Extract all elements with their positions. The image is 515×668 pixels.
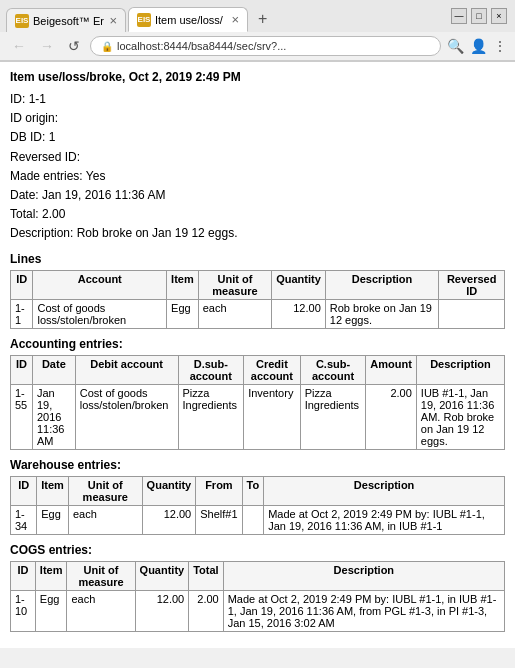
wh-col-from: From xyxy=(196,476,242,505)
info-block: ID: 1-1 ID origin: DB ID: 1 Reversed ID:… xyxy=(10,90,505,244)
acc-col-date: Date xyxy=(32,355,75,384)
lines-row1-qty: 12.00 xyxy=(272,299,326,328)
lines-col-account: Account xyxy=(33,270,167,299)
forward-button[interactable]: → xyxy=(36,36,58,56)
lines-col-quantity: Quantity xyxy=(272,270,326,299)
menu-button[interactable]: ⋮ xyxy=(493,38,507,54)
acc-col-debit: Debit account xyxy=(75,355,178,384)
maximize-button[interactable]: □ xyxy=(471,8,487,24)
acc-row1-credit: Inventory xyxy=(244,384,301,449)
cogs-row1-qty: 12.00 xyxy=(135,590,189,631)
info-made-entries: Made entries: Yes xyxy=(10,167,505,186)
lock-icon: 🔒 xyxy=(101,41,113,52)
acc-col-dsub: D.sub-account xyxy=(178,355,244,384)
wh-row1-uom: each xyxy=(68,505,142,534)
acc-col-amount: Amount xyxy=(366,355,417,384)
info-db-id: DB ID: 1 xyxy=(10,128,505,147)
tab1-close[interactable]: × xyxy=(109,13,117,28)
acc-col-csub: C.sub-account xyxy=(300,355,366,384)
lines-row1-reversed xyxy=(439,299,505,328)
table-row: 1-34 Egg each 12.00 Shelf#1 Made at Oct … xyxy=(11,505,505,534)
lines-col-id: ID xyxy=(11,270,33,299)
wh-row1-from: Shelf#1 xyxy=(196,505,242,534)
cogs-table: ID Item Unit of measure Quantity Total D… xyxy=(10,561,505,632)
back-button[interactable]: ← xyxy=(8,36,30,56)
tab-beigesoft[interactable]: EIS Beigesoft™ Er × xyxy=(6,8,126,32)
accounting-section-title: Accounting entries: xyxy=(10,337,505,351)
address-bar: ← → ↺ 🔒 localhost:8444/bsa8444/sec/srv?.… xyxy=(0,32,515,61)
info-description: Description: Rob broke on Jan 19 12 eggs… xyxy=(10,224,505,243)
wh-col-desc: Description xyxy=(264,476,505,505)
cogs-col-item: Item xyxy=(35,561,67,590)
info-total: Total: 2.00 xyxy=(10,205,505,224)
cogs-col-id: ID xyxy=(11,561,36,590)
lines-col-item: Item xyxy=(167,270,199,299)
window-controls: — □ × xyxy=(443,8,515,24)
warehouse-table: ID Item Unit of measure Quantity From To… xyxy=(10,476,505,535)
wh-row1-qty: 12.00 xyxy=(142,505,196,534)
lines-section-title: Lines xyxy=(10,252,505,266)
acc-row1-dsub: Pizza Ingredients xyxy=(178,384,244,449)
search-button[interactable]: 🔍 xyxy=(447,38,464,54)
lines-col-uom: Unit of measure xyxy=(198,270,271,299)
wh-row1-desc: Made at Oct 2, 2019 2:49 PM by: IUBL #1-… xyxy=(264,505,505,534)
wh-col-id: ID xyxy=(11,476,37,505)
info-id: ID: 1-1 xyxy=(10,90,505,109)
lines-col-reversed: Reversed ID xyxy=(439,270,505,299)
tab-bar: EIS Beigesoft™ Er × EIS Item use/loss/ ×… xyxy=(0,0,281,32)
acc-col-desc: Description xyxy=(416,355,504,384)
wh-col-uom: Unit of measure xyxy=(68,476,142,505)
wh-row1-item: Egg xyxy=(37,505,69,534)
cogs-col-qty: Quantity xyxy=(135,561,189,590)
cogs-row1-total: 2.00 xyxy=(189,590,223,631)
tab1-label: Beigesoft™ Er xyxy=(33,15,104,27)
cogs-row1-id: 1-10 xyxy=(11,590,36,631)
warehouse-section-title: Warehouse entries: xyxy=(10,458,505,472)
acc-row1-amount: 2.00 xyxy=(366,384,417,449)
profile-button[interactable]: 👤 xyxy=(470,38,487,54)
accounting-table: ID Date Debit account D.sub-account Cred… xyxy=(10,355,505,450)
acc-col-id: ID xyxy=(11,355,33,384)
table-row: 1-1 Cost of goods loss/stolen/broken Egg… xyxy=(11,299,505,328)
browser-chrome: EIS Beigesoft™ Er × EIS Item use/loss/ ×… xyxy=(0,0,515,62)
wh-col-to: To xyxy=(242,476,264,505)
info-id-origin: ID origin: xyxy=(10,109,505,128)
cogs-col-desc: Description xyxy=(223,561,504,590)
wh-col-qty: Quantity xyxy=(142,476,196,505)
acc-row1-id: 1-55 xyxy=(11,384,33,449)
page-content: Item use/loss/broke, Oct 2, 2019 2:49 PM… xyxy=(0,62,515,648)
url-input[interactable]: 🔒 localhost:8444/bsa8444/sec/srv?... xyxy=(90,36,441,56)
acc-row1-desc: IUB #1-1, Jan 19, 2016 11:36 AM. Rob bro… xyxy=(416,384,504,449)
info-date: Date: Jan 19, 2016 11:36 AM xyxy=(10,186,505,205)
cogs-section-title: COGS entries: xyxy=(10,543,505,557)
acc-row1-date: Jan 19, 2016 11:36 AM xyxy=(32,384,75,449)
wh-row1-to xyxy=(242,505,264,534)
cogs-col-total: Total xyxy=(189,561,223,590)
table-row: 1-55 Jan 19, 2016 11:36 AM Cost of goods… xyxy=(11,384,505,449)
lines-row1-uom: each xyxy=(198,299,271,328)
acc-row1-debit: Cost of goods loss/stolen/broken xyxy=(75,384,178,449)
close-button[interactable]: × xyxy=(491,8,507,24)
lines-row1-desc: Rob broke on Jan 19 12 eggs. xyxy=(325,299,439,328)
lines-row1-account: Cost of goods loss/stolen/broken xyxy=(33,299,167,328)
cogs-row1-item: Egg xyxy=(35,590,67,631)
minimize-button[interactable]: — xyxy=(451,8,467,24)
info-reversed-id: Reversed ID: xyxy=(10,148,505,167)
reload-button[interactable]: ↺ xyxy=(64,36,84,56)
tab1-icon: EIS xyxy=(15,14,29,28)
tab-item-use-loss[interactable]: EIS Item use/loss/ × xyxy=(128,7,248,32)
new-tab-button[interactable]: + xyxy=(250,6,275,32)
tab2-label: Item use/loss/ xyxy=(155,14,223,26)
lines-row1-id: 1-1 xyxy=(11,299,33,328)
table-row: 1-10 Egg each 12.00 2.00 Made at Oct 2, … xyxy=(11,590,505,631)
cogs-row1-desc: Made at Oct 2, 2019 2:49 PM by: IUBL #1-… xyxy=(223,590,504,631)
page-title: Item use/loss/broke, Oct 2, 2019 2:49 PM xyxy=(10,70,505,84)
lines-row1-item: Egg xyxy=(167,299,199,328)
tab2-close[interactable]: × xyxy=(231,12,239,27)
cogs-row1-uom: each xyxy=(67,590,135,631)
lines-table: ID Account Item Unit of measure Quantity… xyxy=(10,270,505,329)
tab2-icon: EIS xyxy=(137,13,151,27)
lines-col-desc: Description xyxy=(325,270,439,299)
cogs-col-uom: Unit of measure xyxy=(67,561,135,590)
url-text: localhost:8444/bsa8444/sec/srv?... xyxy=(117,40,286,52)
